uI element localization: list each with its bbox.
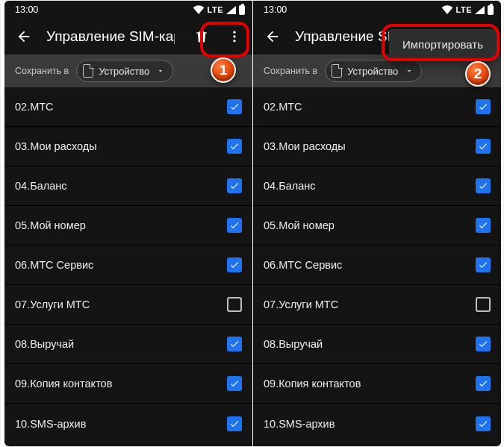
contact-name: 08.Выручай [264, 338, 323, 350]
contact-checkbox[interactable] [476, 99, 491, 114]
svg-point-2 [233, 40, 235, 42]
contact-name: 02.МТС [15, 101, 54, 113]
contact-checkbox[interactable] [227, 218, 242, 233]
svg-point-1 [233, 35, 235, 37]
contact-name: 09.Копия контактов [264, 378, 361, 390]
device-chip[interactable]: Устройство [325, 60, 422, 82]
status-icons: LTE [193, 5, 245, 15]
contact-row[interactable]: 04.Баланс [253, 166, 501, 206]
device-chip[interactable]: Устройство [76, 60, 173, 82]
chevron-down-icon [405, 66, 414, 75]
check-icon [478, 101, 488, 112]
contact-row[interactable]: 10.SMS-архив [4, 404, 252, 443]
import-menu-item[interactable]: Импортировать [402, 38, 483, 51]
contact-checkbox[interactable] [227, 139, 242, 154]
check-icon [229, 181, 240, 191]
contact-checkbox[interactable] [227, 99, 242, 114]
check-icon [229, 141, 240, 151]
save-to-bar: Сохранить в Устройство [4, 54, 252, 87]
phone-screen-right: 13:00 LTE Управление SI Сохранить в [253, 1, 501, 446]
contact-name: 03.Мои расходы [15, 140, 97, 152]
arrow-left-icon [16, 28, 32, 45]
contact-row[interactable]: 08.Выручай [253, 325, 501, 364]
contact-row[interactable]: 05.Мой номер [4, 206, 252, 246]
battery-icon [239, 5, 245, 15]
back-button[interactable] [15, 28, 33, 46]
contact-checkbox[interactable] [227, 178, 242, 193]
battery-icon [488, 5, 494, 15]
save-to-label: Сохранить в [264, 66, 317, 76]
contact-name: 07.Услуги МТС [15, 298, 90, 310]
contact-row[interactable]: 10.SMS-архив [253, 404, 501, 443]
delete-button[interactable] [188, 23, 215, 50]
contact-row[interactable]: 06.МТС Сервис [253, 246, 501, 285]
contact-row[interactable]: 06.МТС Сервис [4, 246, 252, 285]
check-icon [478, 378, 488, 389]
contact-list-right: 02.МТС03.Мои расходы04.Баланс05.Мой номе… [253, 87, 501, 446]
contact-name: 08.Выручай [15, 338, 74, 350]
contact-name: 02.МТС [264, 101, 302, 113]
save-to-label: Сохранить в [15, 66, 69, 76]
contact-checkbox[interactable] [227, 257, 242, 272]
contact-checkbox[interactable] [227, 297, 242, 312]
check-icon [478, 419, 488, 429]
contact-name: 04.Баланс [264, 180, 316, 192]
contact-name: 05.Мой номер [264, 219, 335, 231]
contact-row[interactable]: 04.Баланс [4, 166, 252, 206]
contact-checkbox[interactable] [476, 178, 491, 193]
contact-checkbox[interactable] [476, 337, 491, 351]
contact-name: 10.SMS-архив [264, 418, 335, 430]
signal-icon [475, 6, 485, 14]
contact-row[interactable]: 02.МТС [253, 87, 501, 127]
contact-name: 09.Копия контактов [15, 378, 112, 390]
check-icon [229, 220, 240, 231]
signal-icon [226, 6, 236, 14]
device-chip-label: Устройство [99, 66, 149, 77]
contact-name: 03.Мои расходы [264, 140, 346, 152]
wifi-icon [193, 5, 205, 14]
lte-label: LTE [208, 5, 223, 14]
app-bar: Управление SIM-картой [4, 19, 252, 54]
check-icon [478, 181, 488, 191]
contact-row[interactable]: 08.Выручай [4, 325, 252, 364]
contact-row[interactable]: 03.Мои расходы [253, 127, 501, 166]
check-icon [229, 339, 240, 349]
contact-checkbox[interactable] [227, 376, 242, 391]
contact-checkbox[interactable] [476, 297, 491, 312]
svg-point-0 [233, 31, 235, 34]
status-time: 13:00 [264, 4, 287, 15]
wifi-icon [441, 5, 453, 14]
check-icon [478, 141, 488, 151]
lte-label: LTE [456, 5, 472, 14]
contact-row[interactable]: 05.Мой номер [253, 206, 501, 246]
device-icon [83, 64, 93, 78]
contact-row[interactable]: 07.Услуги МТС [4, 285, 252, 325]
contact-checkbox[interactable] [476, 218, 491, 233]
check-icon [229, 419, 240, 429]
contact-checkbox[interactable] [476, 416, 491, 431]
back-button[interactable] [264, 28, 281, 46]
check-icon [478, 220, 488, 231]
contact-row[interactable]: 09.Копия контактов [4, 364, 252, 404]
check-icon [229, 378, 240, 389]
contact-row[interactable]: 07.Услуги МТС [253, 285, 501, 325]
contact-checkbox[interactable] [476, 376, 491, 391]
contact-row[interactable]: 03.Мои расходы [4, 127, 252, 166]
check-icon [229, 260, 240, 270]
arrow-left-icon [264, 28, 281, 45]
contact-checkbox[interactable] [227, 337, 242, 351]
contact-row[interactable]: 02.МТС [4, 87, 252, 127]
page-title: Управление SIM-картой [46, 28, 175, 45]
contact-name: 06.МТС Сервис [15, 259, 93, 271]
check-icon [478, 339, 488, 349]
more-menu-button[interactable] [221, 23, 248, 50]
contact-checkbox[interactable] [476, 257, 491, 272]
contact-checkbox[interactable] [227, 416, 242, 431]
contact-row[interactable]: 09.Копия контактов [253, 364, 501, 404]
contact-name: 06.МТС Сервис [264, 259, 342, 271]
check-icon [229, 101, 240, 112]
contact-checkbox[interactable] [476, 139, 491, 154]
contact-name: 07.Услуги МТС [264, 298, 338, 310]
contact-name: 05.Мой номер [15, 219, 86, 231]
more-vert-icon [227, 29, 242, 44]
